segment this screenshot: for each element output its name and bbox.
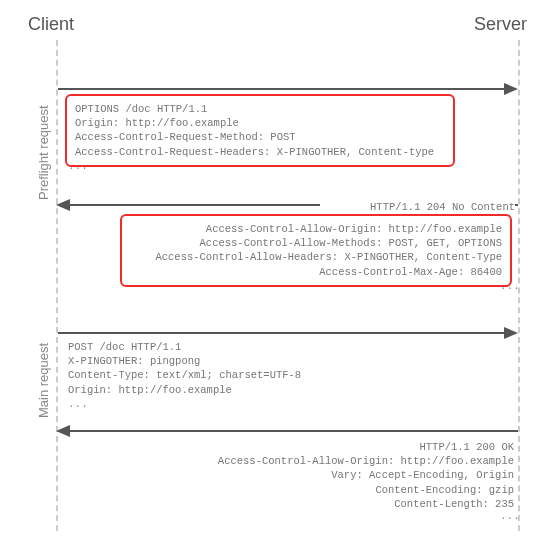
preflight-req-line4: Access-Control-Request-Headers: X-PINGOT… [75,145,445,159]
section-main-label: Main request [36,343,51,418]
ellipsis-4: ... [500,510,520,522]
client-lifeline [56,40,58,531]
arrow-head-main-response [56,425,70,437]
ellipsis-3: ... [68,398,88,410]
preflight-res-line3: Access-Control-Allow-Headers: X-PINGOTHE… [130,250,502,264]
main-res-line1: HTTP/1.1 200 OK [200,440,514,454]
main-request-text: POST /doc HTTP/1.1 X-PINGOTHER: pingpong… [68,338,428,399]
server-label: Server [474,14,527,35]
ellipsis-1: ... [68,160,88,172]
main-req-line4: Origin: http://foo.example [68,383,428,397]
preflight-res-line2: Access-Control-Allow-Methods: POST, GET,… [130,236,502,250]
main-req-line2: X-PINGOTHER: pingpong [68,354,428,368]
preflight-res-line4: Access-Control-Max-Age: 86400 [130,265,502,279]
client-label: Client [28,14,74,35]
preflight-res-line1: Access-Control-Allow-Origin: http://foo.… [130,222,502,236]
main-res-line3: Vary: Accept-Encoding, Origin [200,468,514,482]
main-req-line3: Content-Type: text/xml; charset=UTF-8 [68,368,428,382]
arrow-head-preflight-request [504,83,518,95]
main-response-text: HTTP/1.1 200 OK Access-Control-Allow-Ori… [200,438,514,513]
preflight-response-box: Access-Control-Allow-Origin: http://foo.… [120,214,512,287]
main-res-line4: Content-Encoding: gzip [200,483,514,497]
preflight-req-line1: OPTIONS /doc HTTP/1.1 [75,102,445,116]
main-res-line2: Access-Control-Allow-Origin: http://foo.… [200,454,514,468]
arrow-preflight-request [58,88,504,90]
preflight-req-line2: Origin: http://foo.example [75,116,445,130]
arrow-head-main-request [504,327,518,339]
arrow-main-response [70,430,518,432]
main-res-line5: Content-Length: 235 [200,497,514,511]
arrow-head-preflight-response [56,199,70,211]
preflight-request-box: OPTIONS /doc HTTP/1.1 Origin: http://foo… [65,94,455,167]
main-req-line1: POST /doc HTTP/1.1 [68,340,428,354]
arrow-main-request [58,332,504,334]
ellipsis-2: ... [500,280,520,292]
section-preflight-label: Preflight request [36,105,51,200]
preflight-req-line3: Access-Control-Request-Method: POST [75,130,445,144]
